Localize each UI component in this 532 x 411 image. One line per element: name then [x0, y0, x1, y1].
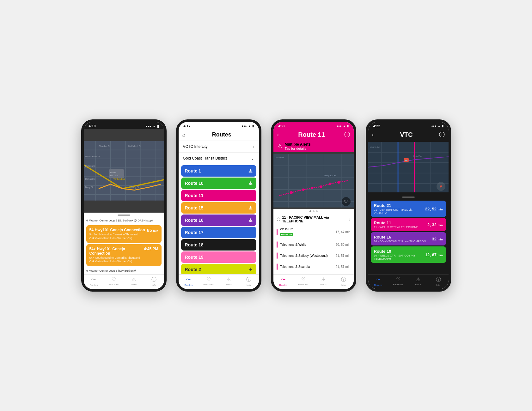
map-view-4[interactable]: 🚌 Mound Ave Central Ave ♥: [368, 140, 449, 194]
time-3: 4:22: [278, 124, 285, 128]
vtc-route-10[interactable]: Route 10 10 - WELLS CTR - SATICOY via TE…: [371, 246, 446, 263]
nav-favorites-label-4: Favorites: [393, 283, 403, 286]
back-button-4[interactable]: ‹: [372, 131, 374, 138]
route-btn-15[interactable]: Route 15 ⚠: [181, 202, 256, 214]
dot-1: [309, 210, 311, 212]
info-button-4[interactable]: ⓘ: [439, 131, 445, 138]
routes-title: Routes: [188, 131, 255, 138]
stop-times-1: 20, 50 min: [336, 243, 351, 246]
alerts-icon-2: ⚠: [226, 276, 231, 282]
gold-coast-label: Gold Coast Transit District: [183, 156, 227, 160]
nav-alerts-label-2: Alerts: [225, 283, 232, 286]
drag-handle[interactable]: [118, 215, 130, 216]
route-card-title-1: 54-Hwy101-Conejo Connection: [89, 228, 147, 232]
route-15-warn: ⚠: [248, 205, 253, 210]
heart-button-4[interactable]: ♥: [437, 182, 445, 191]
stop-name-3: Telephone & Scandia: [280, 265, 310, 269]
map-view-1[interactable]: Chandler St McCulloch St N Ponderosa Dr …: [84, 129, 164, 213]
vtc-route-10-time: 12, 67 min: [425, 252, 443, 257]
map-view-3[interactable]: Di tonville Telegraph Rd ♡: [273, 152, 354, 209]
stop-label-1: Warner Center Loop 6 (S. Burbank @ DASH …: [84, 217, 164, 224]
svg-text:Central Ave: Central Ave: [413, 155, 422, 157]
stop-dot-2: [86, 270, 88, 272]
nav-alerts-label-4: Alerts: [415, 283, 421, 286]
info-icon-1: ⓘ: [151, 276, 156, 283]
nav-routes-label-3: Routes: [279, 284, 287, 287]
svg-rect-18: [109, 169, 124, 178]
vtc-route-21-sub: 21 - CENTERPOINT MALL via VICTORIA: [374, 208, 425, 215]
nav-routes-label-2: Routes: [185, 284, 193, 287]
info-button-3[interactable]: ⓘ: [344, 131, 350, 138]
stop-dot-1: [86, 220, 88, 221]
route-btn-17[interactable]: Route 17: [181, 227, 256, 238]
drag-handle-4[interactable]: [402, 196, 415, 198]
stop-route-header[interactable]: ⬡ 11 - PACIFIC VIEW MALL via TELEPHONE ›: [273, 214, 354, 225]
nav-info-3[interactable]: ⓘ Info: [333, 276, 354, 287]
route-card-sub-1: 54-Southbound to Camarillo/Thousand Oaks…: [89, 233, 147, 240]
nav-favorites-1[interactable]: ♡ Favorites: [104, 276, 124, 287]
stop-item-1[interactable]: Telephone & Wells 20, 50 min: [273, 239, 354, 250]
page-dots-3: [273, 209, 354, 214]
stop-line-0: [277, 229, 278, 235]
departures-panel: Warner Center Loop 6 (S. Burbank @ DASH …: [84, 213, 164, 274]
back-button-3[interactable]: ‹: [277, 131, 279, 138]
vctc-chevron: ›: [253, 144, 254, 149]
routes-icon-3: 〜: [281, 276, 286, 283]
stop-times-0: 17, 47 min: [336, 230, 351, 234]
home-icon[interactable]: ⌂: [182, 132, 186, 138]
route-card-1[interactable]: 54-Hwy101-Conejo Connection 54-Southboun…: [86, 225, 162, 243]
nav-alerts-4[interactable]: ⚠ Alerts: [408, 276, 429, 287]
nav-favorites-3[interactable]: ♡ Favorites: [293, 276, 314, 287]
route-btn-19[interactable]: Route 19: [181, 251, 256, 263]
nav-info-2[interactable]: ⓘ Info: [239, 276, 259, 287]
vtc-route-16-name: Route 16: [374, 235, 426, 239]
stop-item-left-3: Telephone & Scandia: [277, 263, 310, 270]
svg-text:Mound Ave: Mound Ave: [370, 146, 380, 148]
bottom-nav-1: 〜 Routes ♡ Favorites ⚠ Alerts ⓘ Info: [84, 274, 164, 289]
nav-alerts-1[interactable]: ⚠ Alerts: [124, 276, 144, 287]
nav-info-4[interactable]: ⓘ Info: [428, 276, 449, 287]
route-15-label: Route 15: [185, 205, 204, 210]
nav-favorites-4[interactable]: ♡ Favorites: [388, 276, 408, 287]
stop-times-2: 21, 51 min: [336, 254, 351, 257]
routes-icon-4: 〜: [376, 276, 381, 283]
alert-title-3: Multiple Alerts: [285, 142, 311, 147]
dot-3: [316, 210, 318, 212]
vctc-label: VCTC Intercity: [183, 144, 208, 149]
routes-header: ⌂ Routes: [179, 129, 259, 141]
route-1-warn: ⚠: [248, 168, 253, 173]
vctc-intercity-row[interactable]: VCTC Intercity ›: [179, 141, 259, 153]
gold-coast-row[interactable]: Gold Coast Transit District ⌄: [179, 153, 259, 164]
nav-routes-1[interactable]: 〜 Routes: [84, 276, 104, 287]
nav-routes-2[interactable]: 〜 Routes: [179, 276, 199, 287]
vtc-route-21-info: Route 21 21 - CENTERPOINT MALL via VICTO…: [374, 203, 425, 215]
route-card-2[interactable]: 54x-Hwy101-Conejo Connection 54X-Southbo…: [86, 244, 162, 266]
route-btn-2[interactable]: Route 2 ⚠: [181, 264, 256, 274]
nav-routes-3[interactable]: 〜 Routes: [273, 276, 294, 287]
vtc-route-16[interactable]: Route 16 16 - DOWNTOWN OJAI via THOMPSON…: [371, 232, 446, 245]
route-btn-11[interactable]: Route 11: [181, 190, 256, 201]
route-btn-1[interactable]: Route 1 ⚠: [181, 165, 256, 177]
wifi-icon: ▲: [153, 124, 156, 128]
alert-banner-3[interactable]: ⚠ Multiple Alerts Tap for details: [273, 140, 354, 152]
nav-alerts-3[interactable]: ⚠ Alerts: [314, 276, 334, 287]
stop-item-0[interactable]: Wells Ctr. Route 10 17, 47 min: [273, 225, 354, 239]
route-btn-18[interactable]: Route 18: [181, 239, 256, 251]
route-19-label: Route 19: [185, 255, 204, 260]
alert-text-3: Multiple Alerts Tap for details: [285, 142, 311, 150]
bottom-nav-2: 〜 Routes ♡ Favorites ⚠ Alerts ⓘ Info: [179, 274, 259, 289]
heart-button-3[interactable]: ♡: [342, 197, 351, 206]
stop-item-2[interactable]: Telephone & Saticoy (Westbound) 21, 51 m…: [273, 250, 354, 261]
nav-info-1[interactable]: ⓘ Info: [144, 276, 164, 287]
route-btn-16[interactable]: Route 16 ⚠: [181, 215, 256, 226]
stop-line-3: [277, 263, 278, 270]
nav-alerts-2[interactable]: ⚠ Alerts: [219, 276, 239, 287]
stop-item-3[interactable]: Telephone & Scandia 21, 51 min: [273, 261, 354, 272]
route-btn-10[interactable]: Route 10 ⚠: [181, 178, 256, 189]
alerts-icon-3: ⚠: [321, 276, 326, 282]
vtc-route-11[interactable]: Route 11 11 - WELLS CTR via TELEPHONE 2,…: [371, 218, 446, 231]
nav-routes-4[interactable]: 〜 Routes: [368, 276, 388, 287]
vtc-route-21[interactable]: Route 21 21 - CENTERPOINT MALL via VICTO…: [371, 201, 446, 217]
nav-favorites-2[interactable]: ♡ Favorites: [199, 276, 219, 287]
screenshot-container: 4:10 ●●● ▲ ▮: [0, 0, 532, 411]
